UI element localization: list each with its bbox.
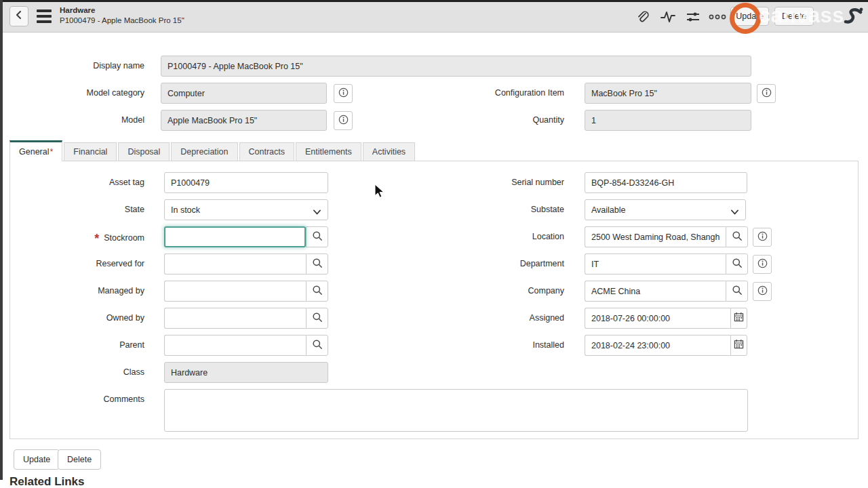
tab-label: Depreciation: [180, 147, 228, 157]
model-info-button[interactable]: [334, 111, 353, 130]
capture-edge-top: [0, 0, 868, 2]
asset-tag-field[interactable]: [164, 172, 328, 193]
stockroom-group: [164, 226, 328, 247]
display-name-label: Display name: [0, 61, 144, 70]
assigned-group: [585, 308, 747, 329]
installed-group: [585, 335, 747, 356]
comments-field[interactable]: [164, 389, 748, 432]
configuration-item-field[interactable]: [585, 83, 751, 104]
parent-group: [164, 335, 328, 356]
owned-by-label: Owned by: [0, 313, 144, 323]
installed-calendar-button[interactable]: [730, 335, 747, 356]
department-search-button[interactable]: [726, 253, 748, 274]
owned-by-field[interactable]: [164, 308, 306, 329]
configuration-item-info-button[interactable]: [757, 84, 776, 103]
update-button[interactable]: Update: [14, 449, 60, 470]
tab-label: General: [19, 147, 49, 157]
assigned-field[interactable]: [585, 308, 730, 329]
serial-number-field[interactable]: [585, 172, 747, 193]
company-label: Company: [420, 286, 564, 296]
tab-label: Contracts: [249, 147, 285, 157]
calendar-icon: [734, 339, 744, 352]
tab-label: Entitlements: [305, 147, 352, 157]
search-icon: [312, 339, 323, 352]
model-category-info-button[interactable]: [334, 84, 353, 103]
info-icon: [338, 87, 349, 100]
owned-by-group: [164, 308, 328, 329]
asset-tag-label: Asset tag: [0, 178, 144, 187]
record-display-name: P1000479 - Apple MacBook Pro 15": [60, 16, 184, 26]
model-category-field[interactable]: [161, 83, 327, 104]
activity-icon[interactable]: [660, 9, 676, 25]
tab-activities[interactable]: Activities: [363, 142, 415, 161]
tab-general[interactable]: General*: [9, 140, 62, 161]
header-bar: Hardware P1000479 - Apple MacBook Pro 15…: [0, 0, 868, 33]
watermark-logo-icon: [843, 5, 863, 31]
model-category-label: Model category: [0, 88, 144, 98]
required-marker: *: [94, 232, 99, 245]
state-value: In stock: [171, 205, 200, 215]
search-icon: [312, 230, 323, 244]
company-info-button[interactable]: [753, 282, 772, 301]
company-field[interactable]: [585, 281, 726, 302]
more-options-icon[interactable]: [707, 9, 728, 25]
department-label: Department: [420, 259, 564, 268]
substate-select[interactable]: Available: [585, 199, 746, 220]
managed-by-label: Managed by: [0, 286, 144, 296]
delete-button[interactable]: Delete: [58, 449, 101, 470]
tab-bar: General* Financial Disposal Depreciation…: [9, 140, 859, 161]
location-field[interactable]: [585, 226, 726, 247]
tab-required-marker: *: [50, 147, 53, 157]
tab-disposal[interactable]: Disposal: [118, 142, 170, 161]
tab-financial[interactable]: Financial: [64, 142, 117, 161]
reserved-for-label: Reserved for: [0, 259, 144, 268]
comments-label: Comments: [0, 394, 144, 404]
watermark-text: canvass: [759, 3, 844, 28]
assigned-label: Assigned: [420, 313, 564, 323]
filter-icon[interactable]: [685, 9, 701, 25]
installed-field[interactable]: [585, 335, 730, 356]
stockroom-field[interactable]: [164, 226, 306, 247]
managed-by-search-button[interactable]: [306, 281, 328, 302]
chevron-down-icon: [731, 207, 738, 217]
assigned-calendar-button[interactable]: [730, 308, 747, 329]
stockroom-search-button[interactable]: [306, 226, 328, 247]
menu-icon[interactable]: [37, 9, 52, 23]
info-icon: [338, 115, 349, 127]
department-info-button[interactable]: [753, 255, 772, 274]
parent-search-button[interactable]: [306, 335, 328, 356]
department-field[interactable]: [585, 253, 726, 274]
attachment-icon[interactable]: [635, 9, 651, 25]
tab-entitlements[interactable]: Entitlements: [296, 142, 361, 161]
model-field[interactable]: [161, 110, 327, 131]
tab-depreciation[interactable]: Depreciation: [171, 142, 237, 161]
stockroom-label: *Stockroom: [0, 232, 144, 246]
location-group: [585, 226, 748, 247]
owned-by-search-button[interactable]: [306, 308, 328, 329]
search-icon: [732, 285, 743, 298]
chevron-down-icon: [313, 207, 321, 217]
parent-field[interactable]: [164, 335, 306, 356]
reserved-for-field[interactable]: [164, 253, 306, 274]
quantity-field[interactable]: [585, 110, 751, 131]
quantity-label: Quantity: [420, 115, 564, 125]
info-icon: [757, 231, 768, 244]
tab-contracts[interactable]: Contracts: [239, 142, 295, 161]
managed-by-field[interactable]: [164, 281, 306, 302]
related-links-heading: Related Links: [9, 475, 85, 488]
location-info-button[interactable]: [753, 228, 772, 247]
reserved-for-group: [164, 253, 328, 274]
state-select[interactable]: In stock: [164, 199, 328, 220]
substate-value: Available: [591, 205, 626, 215]
calendar-icon: [734, 312, 744, 325]
display-name-field[interactable]: [161, 56, 751, 77]
search-icon: [732, 258, 743, 271]
installed-label: Installed: [420, 340, 564, 350]
class-label: Class: [0, 367, 144, 377]
search-icon: [312, 285, 323, 298]
company-search-button[interactable]: [726, 281, 748, 302]
reserved-for-search-button[interactable]: [306, 253, 328, 274]
class-field[interactable]: [164, 362, 328, 383]
location-search-button[interactable]: [726, 226, 748, 247]
back-button[interactable]: [9, 6, 28, 26]
